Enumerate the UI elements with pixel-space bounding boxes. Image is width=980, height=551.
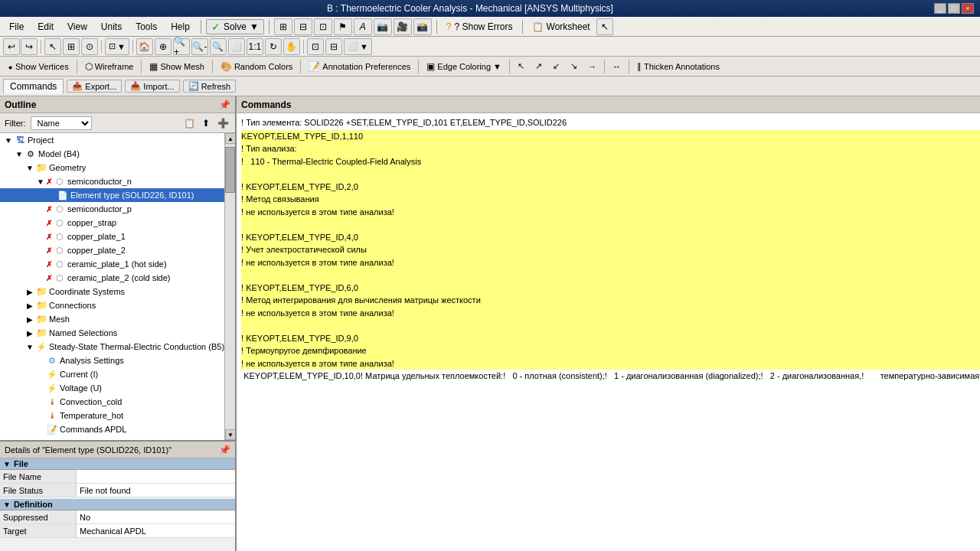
named-sel-toggle[interactable]: ▶ — [24, 329, 35, 337]
steady-toggle[interactable]: ▼ — [24, 343, 35, 351]
tree-item-connections[interactable]: ▶ 📁 Connections — [0, 298, 224, 312]
annotation-prefs-btn[interactable]: 📝 Annotation Preferences — [304, 60, 415, 73]
details-section-definition[interactable]: ▼ Definition — [0, 499, 235, 510]
geometry-toggle[interactable]: ▼ — [24, 164, 35, 172]
export-btn[interactable]: 📤 Export... — [67, 80, 122, 93]
text-btn[interactable]: A — [354, 18, 372, 35]
tree-item-copper-strap[interactable]: ✗ ⬡ copper_strap — [0, 216, 224, 230]
coord-toggle[interactable]: ▶ — [24, 288, 35, 296]
semi-n-toggle[interactable]: ▼ — [35, 178, 46, 186]
arrow-tool-4[interactable]: ↘ — [566, 60, 582, 72]
edge-coloring-btn[interactable]: ▣ Edge Coloring ▼ — [422, 60, 506, 73]
commands-tab[interactable]: Commands — [3, 79, 64, 94]
redo-btn[interactable]: ↪ — [21, 38, 38, 55]
tree-item-elem-type[interactable]: 📄 Element type (SOLID226, ID101) — [0, 188, 224, 202]
tree-item-ceramic2[interactable]: ✗ ⬡ ceramic_plate_2 (cold side) — [0, 271, 224, 285]
section2-btn[interactable]: ⊟ — [325, 38, 342, 55]
tree-item-commands-apdl[interactable]: 📝 Commands APDL — [0, 422, 224, 436]
camera2-btn[interactable]: 🎥 — [394, 18, 412, 35]
tree-item-mesh[interactable]: ▶ 📁 Mesh — [0, 312, 224, 326]
connections-toggle[interactable]: ▶ — [24, 302, 35, 310]
zoom-fit-btn[interactable]: 🔍 — [210, 38, 227, 55]
tree-item-current[interactable]: ⚡ Current (I) — [0, 367, 224, 381]
wireframe-btn[interactable]: ⬡ Wireframe — [80, 60, 139, 73]
filter-icon-2[interactable]: ⬆ — [198, 116, 214, 131]
tree-item-convection[interactable]: 🌡 Convection_cold — [0, 395, 224, 409]
details-section-file[interactable]: ▼ File — [0, 458, 235, 470]
details-pin-btn[interactable]: 📌 — [219, 445, 230, 455]
select-mode-dropdown[interactable]: ⊡ ▼ — [105, 38, 129, 55]
rotate-btn[interactable]: ↻ — [265, 38, 282, 55]
center-btn[interactable]: ⊕ — [155, 38, 172, 55]
zoom-in-btn[interactable]: 🔍+ — [173, 38, 190, 55]
tree-item-voltage[interactable]: ⚡ Voltage (U) — [0, 381, 224, 395]
camera3-btn[interactable]: 📸 — [413, 18, 432, 35]
show-mesh-btn[interactable]: ▦ Show Mesh — [145, 60, 208, 73]
tree-item-model[interactable]: ▼ ⚙ Model (B4) — [0, 147, 224, 161]
show-vertices-btn[interactable]: ⬥ Show Vertices — [3, 60, 74, 73]
model-toggle[interactable]: ▼ — [14, 150, 24, 158]
import-btn[interactable]: 📥 Import... — [125, 80, 179, 93]
filter-select[interactable]: Name — [31, 116, 92, 130]
thicken-annotations-btn[interactable]: ‖ Thicken Annotations — [632, 60, 724, 72]
show-errors-button[interactable]: ? ? Show Errors — [442, 20, 518, 34]
tree-item-project[interactable]: ▼ 🏗 Project — [0, 133, 224, 147]
mesh-toggle[interactable]: ▶ — [24, 315, 35, 324]
cursor-box-btn[interactable]: ⊞ — [63, 38, 80, 55]
scroll-down-btn[interactable]: ▼ — [225, 429, 235, 440]
solve-button[interactable]: ✓ Solve ▼ — [206, 19, 264, 34]
filter-icon-3[interactable]: ➕ — [215, 116, 230, 131]
menu-help[interactable]: Help — [165, 20, 196, 34]
tree-item-ceramic1[interactable]: ✗ ⬡ ceramic_plate_1 (hot side) — [0, 257, 224, 271]
tree-item-named-sel[interactable]: ▶ 📁 Named Selections — [0, 326, 224, 340]
pan-btn[interactable]: ✋ — [283, 38, 300, 55]
menu-view[interactable]: View — [61, 20, 93, 34]
flag-btn[interactable]: ⚑ — [334, 18, 352, 35]
pin-btn[interactable]: 📌 — [219, 99, 230, 110]
close-btn[interactable]: × — [962, 3, 974, 14]
menu-units[interactable]: Units — [95, 20, 128, 34]
menu-tools[interactable]: Tools — [129, 20, 163, 34]
filter-icon-1[interactable]: 📋 — [181, 116, 197, 131]
maximize-btn[interactable]: □ — [948, 3, 960, 14]
minimize-btn[interactable]: _ — [934, 3, 946, 14]
section-btn[interactable]: ⊡ — [307, 38, 324, 55]
expand-btn[interactable]: ⊞ — [274, 18, 292, 35]
arrow-tool-3[interactable]: ↙ — [548, 60, 564, 72]
tree-item-coord-sys[interactable]: ▶ 📁 Coordinate Systems — [0, 285, 224, 298]
cursor-lasso-btn[interactable]: ⊙ — [81, 38, 98, 55]
tree-item-copper-plate2[interactable]: ✗ ⬡ copper_plate_2 — [0, 243, 224, 257]
tree-item-temp-hot[interactable]: 🌡 Temperature_hot — [0, 409, 224, 422]
screenshot-btn[interactable]: 📷 — [374, 18, 392, 35]
project-toggle[interactable]: ▼ — [3, 136, 14, 145]
worksheet-button[interactable]: 📋 Worksheet — [528, 20, 595, 34]
scroll-up-btn[interactable]: ▲ — [225, 133, 235, 144]
tree-item-steady-state[interactable]: ▼ ⚡ Steady-State Thermal-Electric Conduc… — [0, 340, 224, 354]
refresh-btn[interactable]: 🔄 Refresh — [183, 80, 237, 93]
cursor-btn[interactable]: ↖ — [596, 18, 613, 35]
menu-edit[interactable]: Edit — [31, 20, 60, 34]
arrow-tool-1[interactable]: ↖ — [513, 60, 529, 72]
tree-item-analysis-settings[interactable]: ⚙ Analysis Settings — [0, 354, 224, 367]
commands-body[interactable]: ! Тип элемента: SOLID226 +SET,ELEM_TYPE_… — [237, 113, 980, 551]
arrow-tool-5[interactable]: → — [583, 61, 601, 72]
tree-item-semi-n[interactable]: ▼ ✗ ⬡ semiconductor_n — [0, 174, 224, 188]
menu-file[interactable]: File — [3, 20, 30, 34]
zoom-out-btn[interactable]: 🔍- — [191, 38, 208, 55]
tree-item-copper-plate1[interactable]: ✗ ⬡ copper_plate_1 — [0, 230, 224, 243]
fit-btn[interactable]: ⊡ — [314, 18, 332, 35]
random-colors-btn[interactable]: 🎨 Random Colors — [216, 60, 297, 73]
outline-scrollbar[interactable]: ▲ ▼ — [224, 133, 235, 440]
measure-btn[interactable]: ↔ — [608, 61, 626, 72]
scroll-track[interactable] — [225, 193, 235, 429]
collapse-btn[interactable]: ⊟ — [294, 18, 312, 35]
zoom-box-btn[interactable]: ⬜ — [228, 38, 245, 55]
home-btn[interactable]: 🏠 — [136, 38, 153, 55]
zoom-100-btn[interactable]: 1:1 — [247, 38, 263, 55]
tree-item-geometry[interactable]: ▼ 📁 Geometry — [0, 161, 224, 174]
scroll-thumb[interactable] — [225, 147, 235, 193]
undo-btn[interactable]: ↩ — [3, 38, 20, 55]
tree-item-semi-p[interactable]: ✗ ⬡ semiconductor_p — [0, 202, 224, 216]
arrow-tool-2[interactable]: ↗ — [531, 60, 547, 72]
cursor-select-btn[interactable]: ↖ — [44, 38, 61, 55]
